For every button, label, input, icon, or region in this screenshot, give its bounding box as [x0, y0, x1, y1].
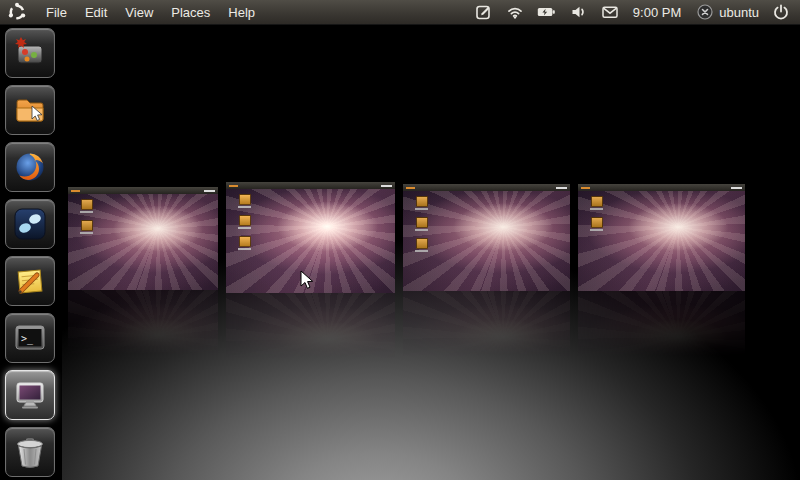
notes-icon	[12, 263, 48, 299]
menu-file[interactable]: File	[37, 0, 76, 24]
menu-view[interactable]: View	[116, 0, 162, 24]
netbook-desktop: File Edit View Places Help	[0, 0, 800, 480]
sidebar-item-workspace-switcher[interactable]	[5, 370, 55, 420]
workspace-desktop-icons	[80, 199, 93, 234]
desktop-icon	[415, 196, 428, 210]
workspace-wallpaper	[68, 194, 218, 290]
desktop-icon	[238, 194, 251, 208]
mini-panel-menu-mark	[229, 185, 238, 187]
files-folders-icon	[12, 92, 48, 128]
sidebar-item-files-folders[interactable]	[5, 85, 55, 135]
workspace-thumbnail[interactable]	[403, 184, 570, 291]
user-menu-label: ubuntu	[719, 5, 759, 20]
mini-panel-clock-mark	[381, 185, 392, 187]
sidebar-item-messaging[interactable]	[5, 199, 55, 249]
desktop-icon	[415, 238, 428, 252]
workspace-mini-panel	[226, 182, 395, 189]
user-status-icon	[697, 4, 713, 20]
messaging-icon	[12, 206, 48, 242]
workspace-switcher-view	[62, 24, 800, 480]
mini-panel-clock-mark	[556, 187, 567, 189]
desktop-icon	[238, 236, 251, 250]
mini-panel-clock-mark	[731, 187, 742, 189]
workspace-thumbnail[interactable]	[578, 184, 745, 291]
menu-help[interactable]: Help	[219, 0, 264, 24]
workspace-desktop-icons	[590, 196, 603, 231]
workspace-thumbnail[interactable]	[68, 187, 218, 290]
applications-icon	[12, 35, 48, 71]
desktop-icon	[80, 199, 93, 213]
sidebar-item-trash[interactable]	[5, 427, 55, 477]
workspace-reflection	[226, 293, 395, 365]
workspace-mini-panel	[578, 184, 745, 191]
trash-icon	[12, 434, 48, 470]
mini-panel-menu-mark	[71, 190, 80, 192]
sidebar-item-terminal[interactable]: >_	[5, 313, 55, 363]
sidebar-item-applications[interactable]	[5, 28, 55, 78]
volume-icon[interactable]	[564, 0, 595, 24]
workspace-desktop-icons	[415, 196, 428, 252]
user-menu[interactable]: ubuntu	[689, 4, 767, 20]
wifi-icon[interactable]	[500, 0, 530, 24]
desktop-icon	[415, 217, 428, 231]
ubuntu-logo-icon[interactable]	[7, 2, 27, 22]
top-panel: File Edit View Places Help	[0, 0, 800, 25]
battery-icon[interactable]	[530, 0, 564, 24]
workspace-switcher-icon	[12, 377, 48, 413]
sidebar-item-firefox[interactable]	[5, 142, 55, 192]
mail-icon[interactable]	[595, 0, 625, 24]
svg-text:>_: >_	[21, 333, 34, 345]
firefox-icon	[12, 149, 48, 185]
workspace-wallpaper	[403, 191, 570, 291]
mini-panel-menu-mark	[581, 187, 590, 189]
launcher-sidebar: >_	[0, 24, 62, 480]
desktop-icon	[80, 220, 93, 234]
compose-icon[interactable]	[469, 0, 500, 24]
mouse-cursor	[300, 270, 314, 290]
workspace-desktop-icons	[238, 194, 251, 250]
desktop-icon	[238, 215, 251, 229]
menu-edit[interactable]: Edit	[76, 0, 116, 24]
menu-places[interactable]: Places	[162, 0, 219, 24]
workspace-wallpaper	[578, 191, 745, 291]
workspace-mini-panel	[403, 184, 570, 191]
workspace-mini-panel	[68, 187, 218, 194]
workspace-reflection	[68, 290, 218, 362]
desktop-icon	[590, 196, 603, 210]
clock[interactable]: 9:00 PM	[625, 5, 689, 20]
mini-panel-clock-mark	[204, 190, 215, 192]
sidebar-item-notes[interactable]	[5, 256, 55, 306]
power-icon[interactable]	[767, 0, 800, 24]
terminal-icon: >_	[12, 320, 48, 356]
workspace-reflection	[403, 291, 570, 363]
workspace-reflection	[578, 291, 745, 363]
desktop-icon	[590, 217, 603, 231]
mini-panel-menu-mark	[406, 187, 415, 189]
